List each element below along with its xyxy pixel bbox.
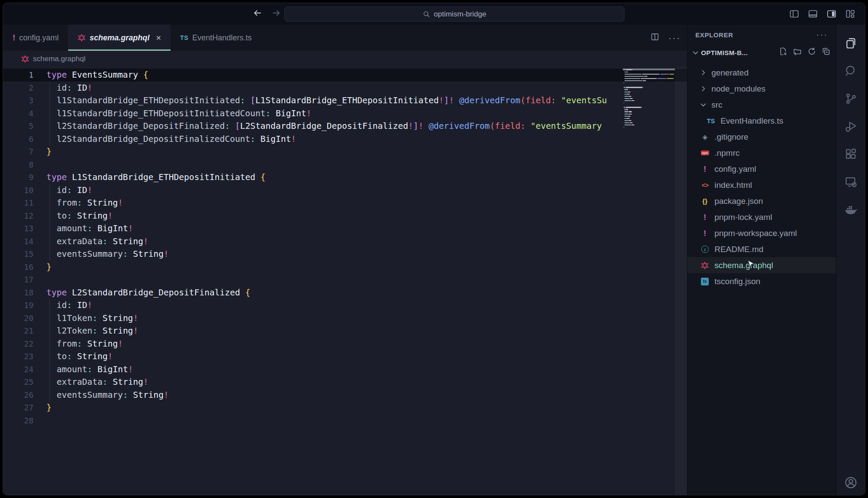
breadcrumb[interactable]: schema.graphql [3, 51, 687, 67]
tree-file-pnpm-lock-yaml[interactable]: !pnpm-lock.yaml [687, 209, 836, 225]
code-line[interactable]: 11 from: String! [3, 197, 687, 210]
tree-file-tsconfig-json[interactable]: tstsconfig.json [687, 273, 836, 289]
explorer-icon[interactable] [836, 29, 865, 57]
more-actions-icon[interactable]: ··· [668, 33, 681, 43]
code-line[interactable]: 5 l2StandardBridge_DepositFinalized: [L2… [3, 120, 687, 133]
tree-folder-generated[interactable]: generated [687, 65, 836, 81]
extensions-icon[interactable] [836, 140, 865, 168]
tree-file-pnpm-workspace-yaml[interactable]: !pnpm-workspace.yaml [687, 225, 836, 241]
code-line[interactable]: 15 eventsSummary: String! [3, 248, 687, 261]
line-number: 17 [3, 273, 46, 286]
search-icon[interactable] [836, 57, 865, 85]
vscode-window: optimism-bridge ! config.yaml [3, 3, 865, 495]
forward-arrow-icon[interactable] [272, 8, 281, 20]
code-text: } [46, 145, 52, 158]
tree-file-config-yaml[interactable]: !config.yaml [687, 161, 836, 177]
code-line[interactable]: 26 eventsSummary: String! [3, 389, 687, 402]
line-number: 25 [3, 376, 46, 389]
tree-folder-node-modules[interactable]: node_modules [687, 81, 836, 97]
docker-icon[interactable] [836, 196, 865, 223]
split-editor-icon[interactable] [650, 32, 660, 43]
tree-file-package-json[interactable]: {}package.json [687, 193, 836, 209]
code-line[interactable]: 9type L1StandardBridge_ETHDepositInitiat… [3, 171, 687, 184]
tree-file-readme-md[interactable]: iREADME.md [687, 241, 836, 257]
code-line[interactable]: 12 to: String! [3, 210, 687, 223]
minimap[interactable] [623, 69, 675, 138]
yaml-icon: ! [704, 213, 706, 222]
code-line[interactable]: 21 l2Token: String! [3, 324, 687, 337]
tree-file-index-html[interactable]: <>index.html [687, 177, 836, 193]
collapse-all-icon[interactable] [822, 47, 831, 58]
tree-file-eventhandlers-ts[interactable]: TSEventHandlers.ts [687, 113, 836, 129]
panel-right-icon[interactable] [826, 9, 837, 19]
panel-left-icon[interactable] [789, 9, 799, 19]
explorer-more-icon[interactable]: ··· [816, 30, 828, 39]
tree-item-label: index.html [714, 180, 752, 190]
code-line[interactable]: 13 amount: BigInt! [3, 222, 687, 235]
source-control-icon[interactable] [836, 85, 865, 112]
code-line[interactable]: 20 l1Token: String! [3, 312, 687, 325]
code-line[interactable]: 16} [3, 261, 687, 274]
code-text: } [46, 261, 52, 274]
code-line[interactable]: 6 l2StandardBridge_DepositFinalizedCount… [3, 133, 687, 146]
line-number: 7 [3, 145, 46, 158]
yaml-icon: ! [704, 229, 706, 238]
code-line[interactable]: 25 extraData: String! [3, 376, 687, 389]
remote-explorer-icon[interactable] [836, 168, 865, 196]
code-line[interactable]: 2 id: ID! [3, 82, 687, 95]
git-diamond-icon: ◈ [702, 133, 707, 141]
code-line[interactable]: 8 [3, 158, 687, 171]
tree-folder-src[interactable]: src [687, 97, 836, 113]
yaml-icon: ! [13, 33, 15, 43]
close-icon[interactable]: × [156, 33, 161, 42]
tree-file--npmrc[interactable]: npm.npmrc [687, 145, 836, 161]
code-line[interactable]: 28 [3, 414, 687, 427]
tab-bar: ! config.yaml schema.graphql × TS EventH… [3, 25, 687, 51]
code-text: l1Token: String! [46, 312, 138, 325]
code-line[interactable]: 3 l1StandardBridge_ETHDepositInitiated: … [3, 94, 687, 107]
code-text: from: String! [46, 337, 123, 351]
code-line[interactable]: 10 id: ID! [3, 184, 687, 197]
json-braces-icon: {} [702, 197, 707, 205]
code-line[interactable]: 7} [3, 145, 687, 158]
code-line[interactable]: 1type EventsSummary { [3, 69, 687, 82]
code-editor[interactable]: 1type EventsSummary {2 id: ID!3 l1Standa… [3, 67, 687, 495]
account-icon[interactable] [836, 475, 865, 490]
graphql-icon [21, 55, 29, 63]
line-number: 8 [3, 158, 46, 171]
tree-file-schema-graphql[interactable]: schema.graphql [687, 257, 836, 273]
new-file-icon[interactable] [779, 47, 788, 58]
code-text: type L1StandardBridge_ETHDepositInitiate… [46, 171, 266, 184]
code-line[interactable]: 23 to: String! [3, 350, 687, 363]
tab-schema-graphql[interactable]: schema.graphql × [68, 25, 171, 51]
workspace-section[interactable]: OPTIMISM-B... [687, 45, 836, 60]
graphql-icon [701, 262, 709, 269]
line-number: 13 [3, 222, 46, 235]
tree-item-label: .npmrc [714, 148, 740, 158]
code-line[interactable]: 24 amount: BigInt! [3, 363, 687, 376]
code-line[interactable]: 18type L2StandardBridge_DepositFinalized… [3, 286, 687, 299]
code-line[interactable]: 17 [3, 273, 687, 286]
run-debug-icon[interactable] [836, 112, 865, 140]
tab-config-yaml[interactable]: ! config.yaml [3, 25, 68, 51]
code-line[interactable]: 4 l1StandardBridge_ETHDepositInitiatedCo… [3, 107, 687, 120]
line-number: 23 [3, 350, 46, 363]
command-center-search[interactable]: optimism-bridge [284, 7, 625, 22]
workspace-name: OPTIMISM-B... [701, 49, 748, 56]
layout-customize-icon[interactable] [845, 9, 855, 19]
code-line[interactable]: 22 from: String! [3, 337, 687, 351]
code-text: to: String! [46, 210, 113, 223]
code-text: l2Token: String! [46, 324, 138, 337]
back-arrow-icon[interactable] [253, 8, 262, 20]
code-line[interactable]: 27} [3, 401, 687, 414]
refresh-icon[interactable] [807, 47, 816, 58]
new-folder-icon[interactable] [793, 47, 802, 58]
editor-scrollbar[interactable] [675, 67, 687, 495]
code-line[interactable]: 14 extraData: String! [3, 235, 687, 248]
code-line[interactable]: 19 id: ID! [3, 299, 687, 312]
explorer-title: EXPLORER [695, 31, 733, 39]
tab-eventhandlers-ts[interactable]: TS EventHandlers.ts [171, 25, 261, 51]
panel-bottom-icon[interactable] [808, 9, 818, 19]
code-text: eventsSummary: String! [46, 248, 169, 261]
tree-file--gitignore[interactable]: ◈.gitignore [687, 129, 836, 145]
